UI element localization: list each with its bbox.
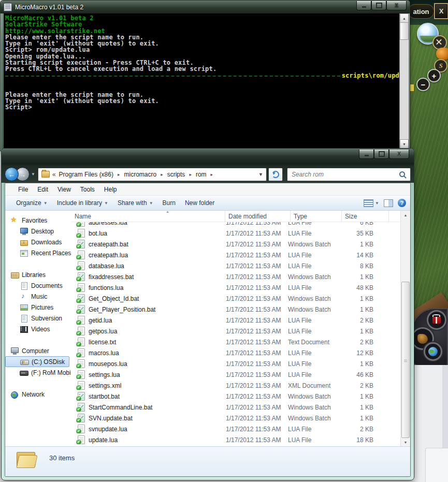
column-header-size[interactable]: Size [342,211,389,222]
table-row[interactable]: macros.lua1/17/2012 11:53 AMLUA File12 K… [71,347,400,358]
sidebar-item-pictures[interactable]: Pictures [5,302,71,313]
table-row[interactable]: settings.xml1/17/2012 11:53 AMXML Docume… [71,380,400,391]
breadcrumb-segment[interactable]: scripts [166,171,186,178]
explorer-titlebar[interactable]: X [2,149,414,166]
txt-file-icon [78,338,85,346]
table-row[interactable]: StartCommandLine.bat1/17/2012 11:53 AMWi… [71,402,400,413]
sidebar-item-recent-places[interactable]: Recent Places [5,247,71,258]
toolbar-button-burn[interactable]: Burn [158,199,180,207]
breadcrumb-chevron-icon[interactable]: ▸ [186,172,195,177]
table-row[interactable]: update.lua1/17/2012 11:53 AMLUA File18 K… [71,434,400,445]
search-box[interactable] [287,168,411,181]
address-dropdown-icon[interactable]: ▼ [258,172,263,177]
table-row[interactable]: fixaddresses.bat1/17/2012 11:53 AMWindow… [71,271,400,282]
menu-item-help[interactable]: Help [99,186,122,193]
breadcrumb-segment[interactable]: Program Files (x86) [58,171,114,178]
console-close-button[interactable]: X [386,1,407,10]
console-titlebar[interactable]: MicroMacro v1.01 beta 2 X [1,1,410,13]
console-minimize-button[interactable] [356,1,371,10]
breadcrumb-overflow[interactable]: « [52,171,56,178]
sidebar-item--f-rom-mobi[interactable]: (F:) RoM Mobi [5,367,71,378]
creature-icon[interactable] [436,48,448,60]
table-row[interactable]: createpath.bat1/17/2012 11:53 AMWindows … [71,239,400,250]
file-type-cell: Text Document [284,339,332,346]
breadcrumb-segment[interactable]: rom [195,171,208,178]
breadcrumb-chevron-icon[interactable]: ▸ [114,172,123,177]
menu-item-edit[interactable]: Edit [33,186,53,193]
table-row[interactable]: mousepos.lua1/17/2012 11:53 AMLUA File1 … [71,358,400,369]
world-button[interactable] [425,344,441,359]
help-button[interactable]: ? [398,199,406,207]
explorer-close-button[interactable]: X [389,150,409,159]
table-row[interactable]: license.txt1/17/2012 11:53 AMText Docume… [71,337,400,347]
views-button[interactable]: ▼ [364,199,379,207]
sidebar-item-subversion[interactable]: Subversion [5,313,71,324]
file-modified-cell: 1/17/2012 11:53 AM [222,284,284,291]
recent-pages-chevron-icon[interactable]: ▼ [31,172,35,177]
sidebar-item-downloads[interactable]: Downloads [5,237,71,247]
column-header-date[interactable]: Date modified [225,211,291,222]
table-row[interactable]: database.lua1/17/2012 11:53 AMLUA File8 … [71,260,400,271]
explorer-minimize-button[interactable] [359,150,374,159]
sidebar-item-favorites[interactable]: Favorites [5,215,71,226]
console-scrollbar[interactable]: ▲ ▼ [399,13,409,149]
menu-item-view[interactable]: View [53,186,76,193]
explorer-maximize-button[interactable] [374,150,389,159]
scroll-down-icon[interactable]: ▼ [401,438,410,446]
table-row[interactable]: Get_Player_Position.bat1/17/2012 11:53 A… [71,304,400,315]
sidebar-item-label: Computer [22,347,49,355]
search-icon[interactable] [399,171,405,177]
back-button[interactable]: ← [5,167,19,181]
menu-item-file[interactable]: File [13,186,33,193]
menu-item-tools[interactable]: Tools [76,186,99,193]
breadcrumb-chevron-icon[interactable]: ▸ [208,172,216,177]
scroll-up-icon[interactable]: ▲ [400,13,409,23]
table-row[interactable]: functions.lua1/17/2012 11:53 AMLUA File4… [71,282,400,293]
sidebar-item-documents[interactable]: Documents [5,280,71,291]
sidebar-item--c-osdisk[interactable]: (C:) OSDisk [5,356,69,367]
refresh-button[interactable] [268,168,283,181]
file-type-cell: LUA File [284,328,332,335]
breadcrumb[interactable]: « Program Files (x86)▸micromacro▸scripts… [38,168,267,181]
sidebar-item-videos[interactable]: Videos [5,324,71,334]
gift-button[interactable] [428,312,445,328]
table-row[interactable]: addresses.lua1/17/2012 11:53 AMLUA File6… [71,222,400,228]
game-close-button[interactable]: X [434,3,448,19]
sidebar-item-libraries[interactable]: Libraries [5,269,71,280]
table-row[interactable]: startbot.bat1/17/2012 11:53 AMWindows Ba… [71,391,400,402]
toolbar-button-organize[interactable]: Organize▼ [11,199,52,207]
scroll-down-icon[interactable]: ▼ [400,139,409,149]
preview-pane-button[interactable] [384,199,393,207]
console-maximize-button[interactable] [371,1,386,10]
table-row[interactable]: SVN.update.bat1/17/2012 11:53 AMWindows … [71,413,400,423]
chevron-down-icon: ▼ [375,201,379,206]
file-list-scrollbar[interactable]: ▲ ▼ [400,211,410,446]
toolbar-button-include-in-library[interactable]: Include in library▼ [52,199,113,207]
breadcrumb-segment[interactable]: micromacro [123,171,158,178]
minimap-zoom-out-button[interactable]: − [416,78,430,91]
console-body[interactable]: MicroMacro v1.01 beta 2SolarStrike Softw… [4,13,409,149]
table-row[interactable]: settings.lua1/17/2012 11:53 AMLUA File46… [71,369,400,380]
file-type-cell: LUA File [284,252,332,259]
scroll-up-icon[interactable]: ▲ [401,211,410,219]
toolbar-button-share-with[interactable]: Share with▼ [113,199,158,207]
minimap-zoom-in-button[interactable]: + [427,69,441,82]
file-name-cell: createpath.bat [71,240,222,249]
sidebar-item-music[interactable]: Music [5,291,71,302]
sidebar-item-computer[interactable]: Computer [5,345,71,356]
table-row[interactable]: Get_Object_Id.bat1/17/2012 11:53 AMWindo… [71,293,400,304]
toolbar-button-new-folder[interactable]: New folder [180,199,219,207]
table-row[interactable]: createpath.lua1/17/2012 11:53 AMLUA File… [71,250,400,260]
column-header-name[interactable]: Name▲ [71,211,225,222]
sidebar-item-desktop[interactable]: Desktop [5,226,71,237]
table-row[interactable]: getpos.lua1/17/2012 11:53 AMLUA File1 KB [71,326,400,337]
table-row[interactable]: getid.lua1/17/2012 11:53 AMLUA File2 KB [71,315,400,326]
breadcrumb-chevron-icon[interactable]: ▸ [157,172,166,177]
table-row[interactable]: svnupdate.lua1/17/2012 11:53 AMLUA File2… [71,423,400,434]
table-row[interactable]: bot.lua1/17/2012 11:53 AMLUA File35 KB [71,228,400,239]
search-input[interactable] [291,170,399,179]
console-scroll-thumb[interactable] [400,22,409,40]
scroll-thumb[interactable] [401,282,410,438]
sidebar-item-network[interactable]: Network [5,389,71,400]
column-header-type[interactable]: Type [291,211,342,222]
